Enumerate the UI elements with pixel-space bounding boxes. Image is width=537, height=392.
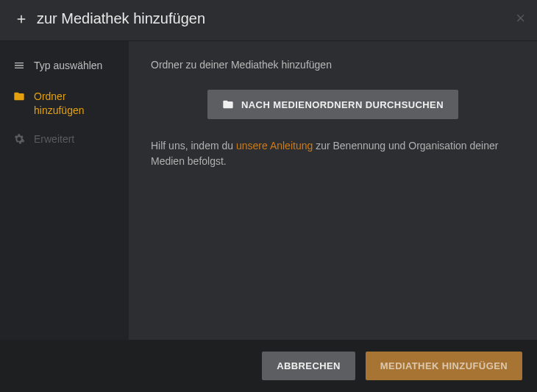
sidebar-item-select-type[interactable]: Typ auswählen [0, 51, 129, 82]
instruction-text: Ordner zu deiner Mediathek hinzufügen [151, 59, 515, 71]
modal-title: zur Mediathek hinzufügen [37, 10, 205, 27]
sidebar-item-label: Typ auswählen [34, 59, 102, 73]
modal-body: Typ auswählen Ordner hinzufügen Erweiter… [0, 41, 537, 340]
close-icon[interactable]: × [516, 10, 525, 26]
add-library-button[interactable]: MEDIATHEK HINZUFÜGEN [366, 352, 522, 380]
help-text: Hilf uns, indem du unsere Anleitung zur … [151, 138, 515, 169]
modal-footer: ABBRECHEN MEDIATHEK HINZUFÜGEN [0, 340, 537, 392]
sidebar-item-label: Ordner hinzufügen [34, 90, 117, 118]
folder-icon [13, 90, 26, 106]
plus-icon [15, 13, 28, 26]
sidebar-item-label: Erweitert [34, 132, 74, 146]
cancel-button[interactable]: ABBRECHEN [262, 352, 355, 380]
modal-header: zur Mediathek hinzufügen × [0, 0, 537, 41]
guide-link[interactable]: unsere Anleitung [236, 140, 313, 152]
help-text-pre: Hilf uns, indem du [151, 140, 236, 152]
browse-button-label: NACH MEDIENORDNERN DURCHSUCHEN [241, 99, 444, 110]
gear-icon [13, 133, 26, 149]
content-panel: Ordner zu deiner Mediathek hinzufügen NA… [129, 41, 537, 340]
browse-button-wrap: NACH MEDIENORDNERN DURCHSUCHEN [151, 90, 515, 119]
list-icon [13, 60, 26, 75]
sidebar: Typ auswählen Ordner hinzufügen Erweiter… [0, 41, 129, 340]
sidebar-item-add-folder[interactable]: Ordner hinzufügen [0, 82, 129, 125]
add-library-modal: zur Mediathek hinzufügen × Typ auswählen… [0, 0, 537, 392]
sidebar-item-advanced: Erweitert [0, 125, 129, 156]
browse-media-folders-button[interactable]: NACH MEDIENORDNERN DURCHSUCHEN [207, 90, 458, 119]
folder-search-icon [222, 99, 234, 110]
